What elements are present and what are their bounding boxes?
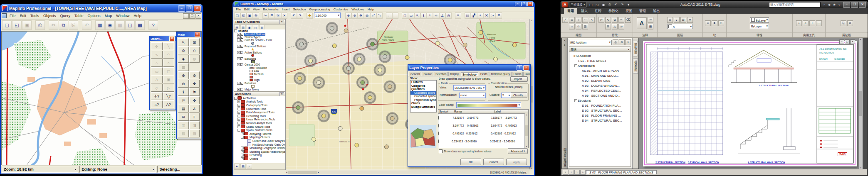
- copy-tool-icon[interactable]: ⧉: [612, 17, 618, 23]
- menu-item[interactable]: Insert: [280, 7, 292, 11]
- ribbon-tab[interactable]: 常用: [564, 8, 577, 14]
- tree-expand-icon[interactable]: [237, 115, 240, 117]
- sheet-name[interactable]: Architectural: [578, 64, 595, 68]
- toc-layer-item[interactable]: [234, 76, 285, 78]
- new-browser-button[interactable]: ▦: [95, 20, 105, 30]
- classes-combobox[interactable]: 5 ▾: [501, 93, 511, 98]
- scrollbar-thumb[interactable]: [530, 86, 533, 103]
- line-tool-icon[interactable]: ╱: [562, 17, 568, 23]
- show-statistics-button[interactable]: Σ: [189, 113, 200, 121]
- symbol-column-header[interactable]: Symbol: [438, 110, 453, 113]
- tree-expand-icon[interactable]: [237, 36, 240, 39]
- viewport-close-button[interactable]: ✕: [850, 39, 855, 44]
- offset-tool-icon[interactable]: ▱: [618, 24, 624, 29]
- sheet-tree-item[interactable]: A-01 - MAIN AND SECO...: [569, 73, 631, 78]
- qat-menu-button[interactable]: ▾: [626, 2, 632, 7]
- ribbon-tab[interactable]: 视图: [622, 8, 636, 14]
- python-button[interactable]: ≻: [490, 12, 496, 19]
- mapinfo-map-canvas[interactable]: Drawi... ✕ ✛╲∿◠⌂○▭▢A▣◇▷✛?╲?⌂?A? Main ✕ ↖…: [1, 31, 202, 166]
- toolbox-item[interactable]: Analyzing Patterns: [234, 132, 285, 136]
- sheet-name[interactable]: A-01 - MAIN AND SECO...: [582, 74, 618, 78]
- toolbox-item-name[interactable]: Hot Spot Analysis (Getis-Ord G*): [252, 143, 285, 146]
- add-data-button[interactable]: ✚: [307, 12, 313, 19]
- viewport-minimize-button[interactable]: −: [839, 39, 844, 44]
- toolbox-item[interactable]: Utilities: [234, 157, 285, 161]
- tree-expand-icon[interactable]: [241, 147, 244, 149]
- sheet-tree-item[interactable]: A-05 - SECTIONS AND D...: [569, 93, 631, 98]
- class-range-row[interactable]: -3.694772 - -0.492963 -3.694772 - -0.492…: [438, 122, 528, 130]
- delete-button[interactable]: ✕: [281, 12, 287, 19]
- last-layout-button[interactable]: »: [580, 170, 586, 175]
- toc-layer-item[interactable]: Routing: [234, 29, 285, 32]
- menu-item[interactable]: Help: [131, 13, 143, 18]
- layer-name[interactable]: Low: [254, 69, 260, 72]
- scrollbar-thumb[interactable]: [859, 91, 862, 116]
- paste-icon[interactable]: ⎘: [841, 20, 846, 26]
- layer-visibility-checkbox[interactable]: [240, 51, 243, 54]
- new-table-button[interactable]: ▢: [2, 20, 12, 30]
- layer-name[interactable]: Census 2000: [244, 63, 260, 66]
- new-layout-button[interactable]: ◫: [125, 20, 135, 30]
- sheet-tree-item[interactable]: S-01 - FOUNDATION PLA...: [569, 103, 631, 108]
- panel-label[interactable]: 注释: [633, 32, 657, 37]
- menu-item[interactable]: View: [251, 7, 261, 11]
- tree-expand-icon[interactable]: [237, 39, 240, 42]
- panel-label[interactable]: 块: [703, 32, 726, 37]
- active-layout-tab[interactable]: S-03 - FLOOR FRAMING PLAN AND SECTIONS: [586, 170, 657, 174]
- linetype-combobox[interactable]: ByLayer ▾: [750, 24, 769, 29]
- toolbox-item-name[interactable]: Utilities: [249, 157, 258, 160]
- zoom-in-tool[interactable]: ⊕: [178, 71, 189, 79]
- minimize-button[interactable]: –: [515, 2, 520, 6]
- find-tool[interactable]: ⌖: [427, 12, 433, 19]
- popup-arrow-icon[interactable]: ▴: [75, 168, 76, 171]
- reshape-tool[interactable]: ◇: [151, 84, 163, 92]
- toc-layer-item[interactable]: Active Stations: [234, 51, 285, 54]
- toc-layer-item[interactable]: [234, 54, 285, 57]
- checkbox[interactable]: [439, 149, 443, 153]
- palette-side-tab[interactable]: 图纸视图: [633, 41, 638, 56]
- radius-select-tool[interactable]: ⊙: [178, 46, 189, 54]
- drag-map-tool[interactable]: ✣: [189, 96, 200, 104]
- layer-visibility-checkbox[interactable]: [240, 33, 243, 36]
- toc-layer-item[interactable]: Battalions: [234, 57, 285, 60]
- menu-item[interactable]: Query: [58, 13, 73, 18]
- sheet-tree-item[interactable]: A-03 - DOORS WINDOW...: [569, 83, 631, 88]
- undo-button[interactable]: ↶: [613, 2, 619, 7]
- line-tool[interactable]: ╲: [163, 42, 175, 50]
- rectangle-tool-icon[interactable]: ▭: [569, 17, 575, 23]
- sheet-name[interactable]: T-01 - TITLE SHEET: [578, 59, 606, 63]
- toolbox-item[interactable]: ArcToolbox: [234, 96, 285, 100]
- ribbon-tab[interactable]: 参数化: [605, 8, 622, 14]
- pan-tool[interactable]: ✥: [358, 12, 364, 19]
- toc-layer-item[interactable]: Medium: [234, 72, 285, 75]
- value-field-combobox[interactable]: LMiZScore IDW 736011 ▾: [453, 85, 486, 90]
- tree-expand-icon[interactable]: [237, 51, 240, 54]
- zoom-out-tool[interactable]: ⊖: [351, 12, 358, 19]
- sheet-tree-item[interactable]: Structural: [569, 98, 631, 103]
- redo-button[interactable]: ↷: [297, 12, 303, 19]
- favorites-button[interactable]: ★: [832, 2, 837, 7]
- ruler-tool[interactable]: ∠: [189, 105, 200, 112]
- classify-button[interactable]: Classify...: [511, 92, 527, 98]
- layer-name[interactable]: Routing: [237, 29, 248, 32]
- index-tab-button[interactable]: ▤: [240, 164, 246, 169]
- tree-expand-icon[interactable]: [574, 99, 577, 102]
- print-button[interactable]: ⎙: [35, 20, 45, 30]
- scroll-right-icon[interactable]: ▸: [318, 171, 319, 174]
- sheet-tree-item[interactable]: A-04 - REFLECTED CEILI...: [569, 88, 631, 93]
- scroll-down-icon[interactable]: ▾: [526, 145, 527, 148]
- mdi-restore-button[interactable]: ❐: [189, 13, 195, 19]
- sheet-name[interactable]: A-05 - SECTIONS AND D...: [582, 94, 620, 98]
- layer-off-icon[interactable]: ◐: [674, 17, 680, 23]
- scroll-left-icon[interactable]: ◂: [286, 171, 287, 174]
- sheet-tree-item[interactable]: S-04 - STRUCTURAL SEC...: [569, 118, 631, 123]
- scroll-up-icon[interactable]: ▴: [531, 19, 532, 22]
- sheet-tree-item[interactable]: AS-01 - ARCH SITE PLAN: [569, 68, 631, 73]
- next-layout-button[interactable]: ›: [574, 170, 580, 175]
- rectangle-tool[interactable]: ▭: [151, 67, 163, 75]
- scrollbar-thumb[interactable]: [288, 171, 317, 174]
- new-grapher-button[interactable]: ▥: [115, 20, 125, 30]
- show-list-item[interactable]: Proportional symbols: [411, 98, 436, 102]
- cut-button[interactable]: ✂: [262, 12, 269, 19]
- sheet-name[interactable]: IRD Addition: [574, 54, 591, 58]
